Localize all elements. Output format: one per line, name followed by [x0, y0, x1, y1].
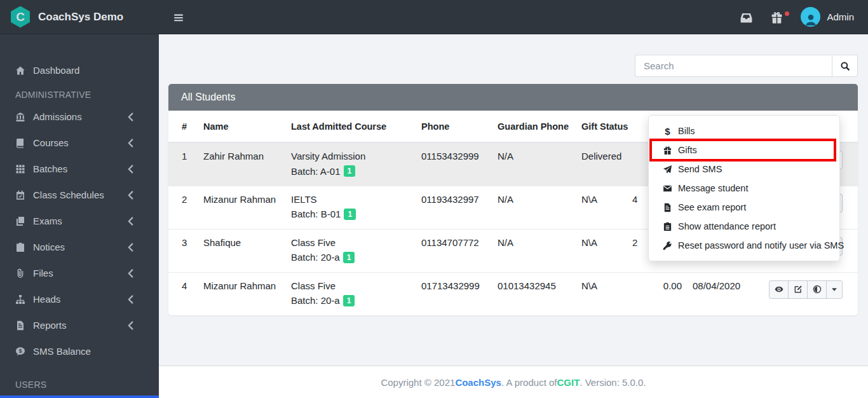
sidebar-item-dashboard[interactable]: Dashboard — [0, 57, 159, 83]
sidebar-active-item-strip[interactable] — [0, 395, 159, 398]
sidebar-item-courses[interactable]: Courses — [0, 130, 159, 156]
edit-button[interactable] — [788, 280, 808, 299]
sidebar-item-reports[interactable]: Reports — [0, 312, 159, 338]
cell-phone: 01134707772 — [421, 229, 498, 272]
batch-count-badge: 1 — [344, 209, 356, 220]
sidebar-item-label: Admissions — [33, 111, 82, 122]
calendar-icon — [15, 190, 25, 200]
cell-gift-status: N\A — [581, 229, 632, 272]
cell-row-number: 2 — [168, 186, 203, 229]
coachsys-logo-icon: C — [10, 6, 31, 28]
table-row: 4Mizanur RahmanClass FiveBatch: 20-a1017… — [168, 272, 858, 315]
clipboard-icon — [15, 242, 25, 252]
toggle-button[interactable] — [807, 280, 827, 299]
course-name: IELTS — [291, 194, 421, 205]
navbar-right: Admin — [740, 7, 868, 27]
cgit-link[interactable]: CGIT — [557, 377, 580, 388]
sidebar-section-administrative: ADMINISTRATIVE — [0, 83, 159, 104]
notification-dot — [785, 11, 789, 16]
sidebar-item-label: Reports — [33, 320, 67, 331]
sidebar-item-heads[interactable]: Heads — [0, 286, 159, 312]
cell-course: Class FiveBatch: 20-a1 — [291, 229, 421, 272]
view-button[interactable] — [769, 280, 789, 299]
inbox-icon[interactable] — [740, 11, 753, 23]
sidebar-item-sms-balance[interactable]: SMS Balance — [0, 338, 159, 364]
menu-item-label: Show attendance report — [678, 221, 776, 231]
search-input[interactable] — [635, 55, 832, 77]
sidebar-item-batches[interactable]: Batches — [0, 156, 159, 182]
cell-course: Varsity AdmissionBatch: A-011 — [291, 142, 421, 186]
cell-course: IELTSBatch: B-011 — [291, 186, 421, 229]
sidebar-item-label: Batches — [33, 163, 67, 174]
batch-count-badge: 1 — [344, 165, 356, 177]
more-actions-button[interactable] — [826, 280, 843, 299]
cell-name: Shafique — [203, 229, 291, 272]
book-icon — [15, 138, 25, 148]
sitemap-icon — [15, 294, 25, 305]
eye-icon — [775, 285, 783, 294]
home-icon — [15, 65, 25, 76]
sidebar-item-files[interactable]: Files — [0, 260, 159, 286]
search-icon — [840, 61, 850, 71]
sidebar-item-label: Exams — [33, 216, 62, 226]
cell-due: 0.00 — [632, 272, 689, 315]
cell-phone: 01193432997 — [421, 186, 498, 229]
menu-item-label: Reset password and notify user via SMS — [678, 240, 844, 250]
chevron-left-icon — [126, 294, 136, 305]
course-batch-line: Batch: 20-a1 — [291, 252, 421, 263]
menu-item-see-exam-report[interactable]: See exam report — [649, 198, 839, 217]
sidebar-item-label: SMS Balance — [33, 346, 91, 357]
card-title: All Students — [168, 84, 858, 111]
adjust-toggle-icon — [813, 285, 822, 294]
batch-label: Batch: A-01 — [291, 166, 341, 177]
menu-item-label: Gifts — [678, 145, 697, 155]
admin-label: Admin — [827, 11, 854, 22]
cell-guardian-phone: 01013432945 — [498, 272, 581, 315]
cell-guardian-phone: N/A — [498, 186, 581, 229]
menu-item-reset-password-and-notify-user-via-sms[interactable]: Reset password and notify user via SMS — [649, 236, 839, 255]
menu-item-bills[interactable]: $Bills — [649, 121, 839, 141]
caret-down-icon — [830, 285, 839, 294]
school-icon — [15, 112, 25, 122]
attendance-report-icon — [663, 222, 672, 231]
copyright-text: Copyright © 2021 — [381, 377, 455, 388]
course-batch-line: Batch: B-011 — [291, 209, 421, 220]
paperclip-icon — [15, 268, 25, 278]
coachsys-link[interactable]: CoachSys — [455, 377, 501, 388]
menu-item-message-student[interactable]: Message student — [649, 179, 839, 198]
batch-count-badge: 1 — [343, 252, 355, 263]
footer-middle-text: . A product of — [501, 377, 557, 388]
sidebar-item-label: Class Schedules — [33, 189, 104, 200]
sidebar-item-class-schedules[interactable]: Class Schedules — [0, 182, 159, 208]
brand[interactable]: C CoachSys Demo — [0, 6, 159, 28]
column-header: Gift Status — [581, 111, 632, 142]
menu-item-gifts[interactable]: Gifts — [649, 141, 839, 160]
cell-gift-status: N\A — [581, 272, 632, 315]
column-header: Phone — [421, 111, 498, 142]
brand-title: CoachSys Demo — [38, 11, 123, 24]
admin-menu[interactable]: Admin — [801, 7, 854, 27]
edit-icon — [794, 285, 803, 294]
sidebar-item-label: Notices — [33, 242, 65, 252]
sidebar-item-label: Files — [33, 268, 53, 278]
course-name: Class Five — [291, 280, 421, 291]
menu-item-send-sms[interactable]: Send SMS — [649, 160, 839, 179]
cell-name: Mizanur Rahman — [203, 186, 291, 229]
batch-label: Batch: B-01 — [291, 209, 341, 219]
search-button[interactable] — [832, 55, 858, 77]
chevron-left-icon — [126, 320, 136, 331]
row-actions-dropdown-menu: $BillsGiftsSend SMSMessage studentSee ex… — [648, 115, 840, 261]
cell-phone: 01713432999 — [421, 272, 498, 315]
sidebar-item-admissions[interactable]: Admissions — [0, 104, 159, 130]
cell-gift-status: N\A — [581, 186, 632, 229]
send-icon — [663, 165, 672, 174]
menu-item-show-attendance-report[interactable]: Show attendance report — [649, 217, 839, 236]
sidebar-item-exams[interactable]: Exams — [0, 208, 159, 234]
sidebar-toggle-hamburger-icon[interactable] — [173, 12, 184, 22]
batch-label: Batch: 20-a — [291, 295, 340, 306]
sidebar-item-notices[interactable]: Notices — [0, 234, 159, 260]
cell-guardian-phone: N/A — [498, 229, 581, 272]
gift-notifications-icon[interactable] — [770, 11, 783, 23]
avatar — [801, 7, 820, 27]
gift-icon — [663, 146, 672, 155]
